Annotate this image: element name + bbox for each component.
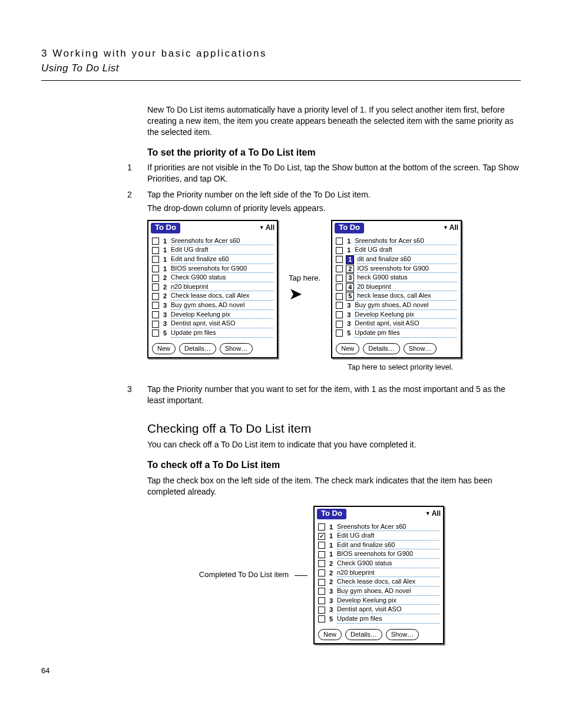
priority-number[interactable]: 3 <box>346 320 352 328</box>
priority-number[interactable]: 1 <box>346 255 354 264</box>
todo-row[interactable]: 3Buy gym shoes, AD novel <box>152 301 273 310</box>
show-button[interactable]: Show… <box>220 343 253 354</box>
checkbox[interactable] <box>336 293 343 300</box>
todo-text[interactable]: IOS sreenshots for G900 <box>357 265 457 274</box>
show-button[interactable]: Show… <box>404 343 437 354</box>
priority-number[interactable]: 5 <box>346 292 354 301</box>
app-title[interactable]: To Do <box>335 223 364 233</box>
details-button[interactable]: Details… <box>345 629 382 640</box>
checkbox[interactable] <box>336 265 343 272</box>
details-button[interactable]: Details… <box>179 343 216 354</box>
priority-number[interactable]: 3 <box>162 311 168 319</box>
priority-number[interactable]: 1 <box>346 238 352 245</box>
checkbox[interactable] <box>318 597 325 604</box>
todo-row[interactable]: 1Sreenshots for Acer s60 <box>318 523 439 532</box>
todo-text[interactable]: Edit UG draft <box>171 246 273 255</box>
checkbox[interactable] <box>152 275 159 282</box>
todo-text[interactable]: Update pm files <box>171 329 273 338</box>
priority-number[interactable]: 2 <box>346 265 354 274</box>
todo-text[interactable]: Dentist apnt, visit ASO <box>355 319 457 328</box>
checkbox[interactable] <box>318 551 325 558</box>
todo-row[interactable]: 1dit and finalize s60 <box>336 255 457 264</box>
todo-text[interactable]: Check G900 status <box>171 274 273 282</box>
priority-number[interactable]: 3 <box>328 597 334 605</box>
todo-text[interactable]: Dentist apnt, visit ASO <box>171 319 273 328</box>
todo-row[interactable]: 420 blueprint <box>336 283 457 292</box>
todo-row[interactable]: 5Update pm files <box>152 329 273 338</box>
new-button[interactable]: New <box>336 343 359 354</box>
category-selector[interactable]: ▼ All <box>443 224 458 232</box>
todo-text[interactable]: 20 blueprint <box>357 283 457 292</box>
priority-number[interactable]: 3 <box>162 302 168 309</box>
todo-row[interactable]: 1Sreenshots for Acer s60 <box>152 237 273 246</box>
priority-number[interactable]: 1 <box>328 542 334 549</box>
todo-text[interactable]: Edit UG draft <box>337 532 439 541</box>
todo-row[interactable]: 3Dentist apnt, visit ASO <box>152 319 273 328</box>
priority-number[interactable]: 2 <box>162 292 168 300</box>
todo-text[interactable]: Edit UG draft <box>355 246 457 255</box>
todo-text[interactable]: Check lease docs, call Alex <box>337 578 439 587</box>
checkbox[interactable] <box>318 607 325 614</box>
priority-number[interactable]: 3 <box>346 302 352 309</box>
todo-row[interactable]: 1BIOS sreenshots for G900 <box>318 550 439 559</box>
todo-text[interactable]: Check lease docs, call Alex <box>171 292 273 301</box>
priority-number[interactable]: 2 <box>328 560 334 568</box>
checkbox[interactable] <box>336 256 343 263</box>
todo-text[interactable]: Develop Keelung pix <box>171 311 273 319</box>
todo-text[interactable]: dit and finalize s60 <box>357 255 457 264</box>
todo-text[interactable]: Edit and finalize s60 <box>337 541 439 550</box>
category-selector[interactable]: ▼ All <box>425 510 441 518</box>
todo-row[interactable]: 3Buy gym shoes, AD novel <box>336 301 457 310</box>
category-selector[interactable]: ▼ All <box>259 224 275 232</box>
app-title[interactable]: To Do <box>151 223 180 233</box>
details-button[interactable]: Details… <box>363 343 400 354</box>
priority-number[interactable]: 1 <box>162 238 168 245</box>
priority-number[interactable]: 1 <box>328 523 334 531</box>
todo-row[interactable]: 3Dentist apnt, visit ASO <box>318 605 439 614</box>
todo-row[interactable]: 1Edit and finalize s60 <box>152 255 273 264</box>
todo-row[interactable]: 2n20 blueprint <box>318 569 439 578</box>
checkbox[interactable] <box>318 615 325 622</box>
todo-text[interactable]: n20 blueprint <box>337 569 439 578</box>
todo-row[interactable]: 2Check G900 status <box>318 559 439 568</box>
checkbox[interactable] <box>152 293 159 300</box>
priority-number[interactable]: 3 <box>328 606 334 614</box>
todo-row[interactable]: 3Buy gym shoes, AD novel <box>318 587 439 596</box>
priority-number[interactable]: 2 <box>328 569 334 577</box>
checkbox[interactable] <box>318 560 325 567</box>
new-button[interactable]: New <box>318 629 342 640</box>
todo-row[interactable]: 5heck lease docs, call Alex <box>336 292 457 301</box>
todo-text[interactable]: Check G900 status <box>337 559 439 568</box>
checkbox[interactable] <box>152 302 159 309</box>
checkbox[interactable] <box>152 330 159 337</box>
todo-text[interactable]: BIOS sreenshots for G900 <box>171 265 273 274</box>
checkbox[interactable] <box>152 265 159 272</box>
todo-row[interactable]: 5Update pm files <box>318 615 439 624</box>
todo-row[interactable]: 1Edit and finalize s60 <box>318 541 439 550</box>
todo-row[interactable]: 5Update pm files <box>336 329 457 338</box>
priority-number[interactable]: 5 <box>328 615 334 623</box>
todo-row[interactable]: 1Sreenshots for Acer s60 <box>336 237 457 246</box>
todo-row[interactable]: 1Edit UG draft <box>152 246 273 255</box>
checkbox[interactable] <box>336 321 343 328</box>
priority-number[interactable]: 3 <box>346 274 354 282</box>
checkbox[interactable] <box>152 321 159 328</box>
todo-row[interactable]: 2IOS sreenshots for G900 <box>336 265 457 274</box>
todo-row[interactable]: 2Check G900 status <box>152 274 273 282</box>
priority-number[interactable]: 1 <box>346 246 352 254</box>
todo-text[interactable]: Edit and finalize s60 <box>171 255 273 264</box>
todo-row[interactable]: 1BIOS sreenshots for G900 <box>152 265 273 274</box>
todo-text[interactable]: Sreenshots for Acer s60 <box>337 523 439 532</box>
todo-text[interactable]: Buy gym shoes, AD novel <box>171 301 273 310</box>
priority-number[interactable]: 2 <box>162 274 168 282</box>
todo-text[interactable]: Sreenshots for Acer s60 <box>355 237 457 246</box>
checkbox[interactable] <box>152 256 159 263</box>
todo-text[interactable]: Update pm files <box>355 329 457 338</box>
todo-text[interactable]: Buy gym shoes, AD novel <box>337 587 439 596</box>
todo-text[interactable]: Sreenshots for Acer s60 <box>171 237 273 246</box>
todo-row[interactable]: 3Develop Keelung pix <box>318 597 439 605</box>
todo-row[interactable]: 2n20 blueprint <box>152 283 273 292</box>
new-button[interactable]: New <box>152 343 176 354</box>
priority-number[interactable]: 1 <box>162 265 168 273</box>
todo-text[interactable]: Update pm files <box>337 615 439 624</box>
